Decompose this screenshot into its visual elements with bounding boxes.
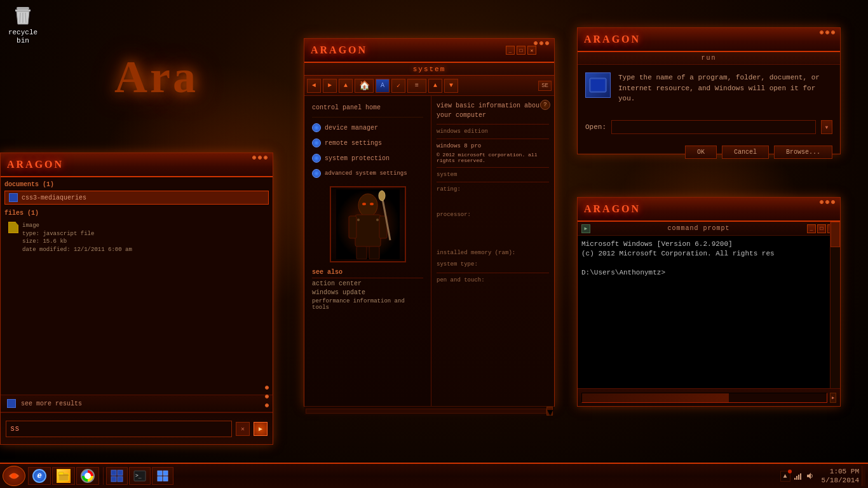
- cmd-line-1: (c) 2012 Microsoft Corporation. All righ…: [581, 249, 836, 259]
- system-close-btn[interactable]: ✕: [527, 46, 536, 55]
- taskbar-chrome-btn[interactable]: [76, 467, 99, 485]
- svg-rect-10: [356, 247, 367, 259]
- network-icon: [793, 471, 803, 481]
- cmd-corner-dot-2: [825, 200, 829, 204]
- system-icon3-btn[interactable]: ▼: [444, 79, 458, 93]
- svg-point-6: [358, 194, 377, 217]
- see-more-results-bar[interactable]: see more results: [1, 395, 273, 412]
- taskbar-cmd-btn[interactable]: >_: [129, 467, 151, 485]
- cmd-corner-deco: [820, 200, 835, 204]
- system-toolbar: ◄ ► ▲ 🏠 A ✓ ≡ ▲ ▼ SE: [304, 76, 554, 96]
- cmd-maximize-btn[interactable]: □: [817, 224, 826, 233]
- system-window: ARAGON _ □ ✕ system ◄ ► ▲ 🏠 A ✓ ≡ ▲: [304, 38, 555, 407]
- search-corner-dot-3: [264, 156, 268, 159]
- system-icon2-btn[interactable]: ▲: [428, 79, 442, 93]
- run-cancel-btn[interactable]: Cancel: [722, 146, 769, 159]
- taskbar-explorer-btn[interactable]: [52, 467, 75, 485]
- search-files-section: files (1) image type: javascript file si…: [4, 210, 269, 256]
- cmd-status-bar: ▶: [578, 388, 840, 406]
- svg-point-15: [370, 203, 374, 205]
- system-scrollbar[interactable]: ▼: [304, 406, 554, 415]
- file-item-date: date modified: 12/1/2011 6:00 am: [22, 246, 132, 254]
- run-program-icon: [585, 72, 611, 98]
- system-sidebar-protection[interactable]: system protection: [304, 151, 431, 166]
- cmd-scroll-right-btn[interactable]: ▶: [830, 393, 836, 403]
- svg-rect-37: [800, 473, 801, 480]
- system-se-btn[interactable]: SE: [538, 81, 552, 91]
- taskbar-ie-btn[interactable]: e: [28, 467, 51, 485]
- taskbar-show-desktop-btn[interactable]: [862, 466, 865, 486]
- remote-settings-icon: [312, 139, 321, 147]
- cmd-scrollbar[interactable]: [830, 222, 840, 388]
- system-check-btn[interactable]: ✓: [391, 79, 405, 93]
- chrome-icon: [81, 469, 95, 483]
- search-doc-item-0[interactable]: css3-mediaqueries: [4, 191, 269, 205]
- run-corner-dot-3: [831, 30, 835, 34]
- system-forward-btn[interactable]: ►: [323, 79, 337, 93]
- sidebar-home-text: control panel home: [312, 104, 381, 111]
- search-input-field[interactable]: [6, 421, 232, 437]
- taskbar-date-text: 5/18/2014: [822, 476, 859, 485]
- windows-update-link[interactable]: windows update: [312, 289, 423, 296]
- system-minimize-btn[interactable]: _: [506, 46, 515, 55]
- system-maximize-btn[interactable]: □: [517, 46, 526, 55]
- system-sidebar-advanced[interactable]: advanced system settings: [304, 166, 431, 181]
- cmd-scrollbar-thumb[interactable]: [831, 222, 840, 247]
- svg-rect-31: [163, 471, 168, 475]
- svg-rect-23: [58, 472, 64, 475]
- search-clear-btn[interactable]: ✕: [236, 422, 250, 436]
- performance-link[interactable]: performance information and tools: [312, 298, 423, 311]
- search-corner-dot-1: [252, 156, 256, 159]
- cmd-line-2: [581, 259, 836, 269]
- doc-item-text-0: css3-mediaqueries: [22, 194, 86, 201]
- svg-rect-24: [111, 470, 116, 475]
- chrome-inner: [85, 473, 91, 479]
- run-ok-btn[interactable]: OK: [685, 146, 717, 159]
- system-sidebar-remote[interactable]: remote settings: [304, 135, 431, 151]
- taskbar-start-btn[interactable]: [3, 466, 25, 486]
- svg-rect-30: [158, 471, 162, 475]
- advanced-settings-icon: [312, 169, 321, 178]
- recycle-bin[interactable]: recycle bin: [3, 2, 43, 45]
- system-menu-btn[interactable]: ≡: [407, 79, 426, 93]
- action-center-link[interactable]: action center: [312, 280, 423, 287]
- cmd-window-title: command prompt: [593, 225, 804, 232]
- taskbar: e: [0, 463, 868, 488]
- run-open-input[interactable]: [611, 120, 816, 134]
- system-help-btn[interactable]: ?: [540, 100, 550, 110]
- taskbar-taskmanager-btn[interactable]: [106, 467, 128, 485]
- run-aragon-label: ARAGON: [584, 34, 641, 45]
- system-scroll-down-btn[interactable]: ▼: [546, 407, 553, 416]
- system-back-btn[interactable]: ◄: [307, 79, 321, 93]
- system-icon1-btn[interactable]: A: [376, 79, 390, 93]
- cmd-corner-dot-3: [831, 200, 835, 204]
- system-sidebar-device-manager[interactable]: device manager: [304, 120, 431, 135]
- cmd-line-0: Microsoft Windows [Version 6.2.9200]: [581, 240, 836, 249]
- taskbar-winkey-btn[interactable]: [152, 467, 173, 485]
- run-browse-btn[interactable]: Browse...: [774, 146, 832, 159]
- windows-copyright: © 2012 microsoft corporation. all rights…: [437, 152, 549, 163]
- system-up-btn[interactable]: ▲: [339, 79, 353, 93]
- see-more-icon: [7, 399, 16, 408]
- desktop-title: Ara: [114, 51, 198, 104]
- search-go-btn[interactable]: ▶: [254, 422, 268, 436]
- system-sidebar-home[interactable]: control panel home: [304, 101, 431, 114]
- cmd-aragon-label: ARAGON: [584, 203, 641, 215]
- system-header-text: view basic information about your comput…: [437, 101, 549, 120]
- search-file-item-0[interactable]: image type: javascript file size: 15.6 k…: [4, 219, 269, 256]
- cmd-minimize-btn[interactable]: _: [807, 224, 816, 233]
- run-open-row: Open: ▼: [585, 120, 832, 134]
- system-window-title: system: [308, 65, 550, 73]
- corner-dot-1: [534, 41, 538, 45]
- cmd-content[interactable]: Microsoft Windows [Version 6.2.9200] (c)…: [578, 236, 840, 402]
- search-titlebar: ARAGON: [1, 153, 273, 177]
- cmd-small-icon: ▶: [581, 224, 590, 233]
- notification-badge: [788, 470, 792, 473]
- run-dropdown-btn[interactable]: ▼: [821, 120, 832, 134]
- rating-label: rating:: [437, 186, 549, 193]
- search-corner-deco: [252, 156, 268, 159]
- corner-dot-2: [539, 41, 543, 45]
- files-section-title: files (1): [4, 210, 269, 217]
- windows-edition-label: windows edition: [437, 128, 549, 135]
- system-home-btn[interactable]: 🏠: [355, 79, 374, 93]
